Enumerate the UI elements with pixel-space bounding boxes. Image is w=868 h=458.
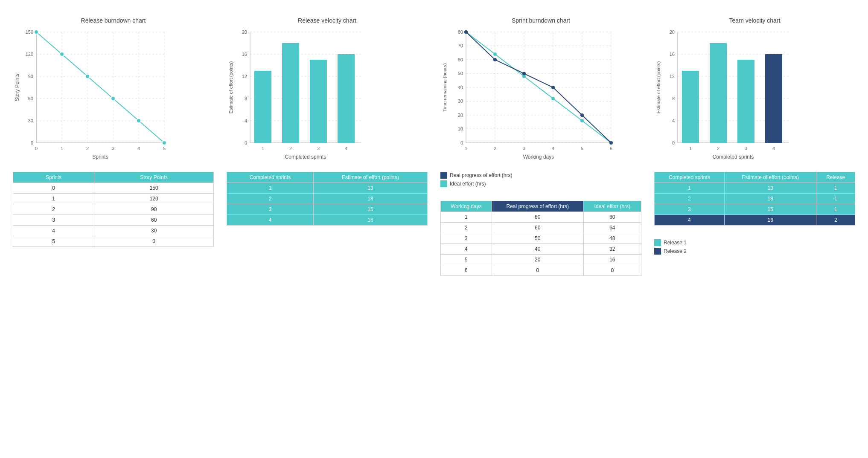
legend-release2-label: Release 2: [664, 248, 687, 254]
svg-text:0: 0: [245, 140, 247, 145]
table-row: 52016: [441, 255, 641, 265]
svg-text:Estimate of effort (points): Estimate of effort (points): [656, 61, 661, 114]
svg-point-29: [60, 52, 64, 56]
svg-text:30: 30: [28, 118, 33, 123]
real-point: [609, 141, 613, 145]
svg-point-33: [162, 141, 166, 145]
svg-text:8: 8: [245, 96, 247, 101]
svg-point-32: [137, 119, 141, 123]
legend-ideal: Ideal effort (hrs): [440, 180, 641, 187]
legend-ideal-box: [440, 180, 447, 187]
legend-release1: Release 1: [654, 239, 855, 246]
svg-text:2: 2: [289, 146, 292, 151]
tv-col-release: Release: [816, 172, 855, 183]
svg-text:1: 1: [689, 146, 692, 151]
team-bar-2: [710, 43, 727, 143]
svg-text:Story Points: Story Points: [14, 74, 20, 101]
burndown-col-sprints: Sprints: [13, 172, 94, 183]
team-velocity-svg: 0 4 8 12 16 20 1 2 3 4 Estimate of effor…: [654, 26, 799, 162]
sprint-burndown-svg: 0 10 20 30 40 50 60 70 80 1 2 3 4 5 6 Ti…: [440, 26, 628, 162]
sprint-burndown-title: Sprint burndown chart: [440, 17, 641, 24]
table-row: 0150: [13, 183, 214, 194]
table-row: 44032: [441, 244, 641, 255]
svg-text:8: 8: [672, 96, 675, 101]
svg-text:3: 3: [112, 146, 114, 151]
svg-text:0: 0: [672, 140, 675, 145]
real-point: [522, 72, 526, 75]
burndown-chart-title: Release burndown chart: [13, 17, 214, 24]
ideal-point: [580, 119, 584, 122]
panel-team-velocity: Team velocity chart 0 4 8 12: [654, 17, 855, 276]
team-velocity-table: Completed sprints Estimate of effort (po…: [654, 172, 855, 226]
svg-text:2: 2: [494, 146, 496, 151]
dashboard: Release burndown chart .grid-line { stro…: [13, 17, 855, 276]
svg-text:3: 3: [745, 146, 747, 151]
real-point: [580, 113, 584, 117]
legend-real-label: Real progress of effort (hrs): [450, 172, 513, 178]
tv-col-sprints: Completed sprints: [655, 172, 725, 183]
svg-text:Completed sprints: Completed sprints: [285, 154, 326, 160]
svg-text:30: 30: [458, 99, 463, 104]
svg-text:70: 70: [458, 43, 463, 48]
svg-text:10: 10: [458, 126, 463, 131]
table-row: 315: [227, 204, 428, 215]
real-point: [464, 30, 468, 34]
velocity-table: Completed sprints Estimate of effort (po…: [227, 172, 428, 226]
svg-text:80: 80: [458, 29, 463, 35]
table-row: 18080: [441, 212, 641, 223]
svg-text:60: 60: [458, 57, 463, 62]
bar-1: [254, 71, 271, 143]
sbd-col-days: Working days: [441, 201, 492, 212]
svg-text:Completed sprints: Completed sprints: [713, 154, 754, 160]
ideal-point: [551, 97, 555, 100]
svg-text:6: 6: [610, 146, 612, 151]
svg-text:4: 4: [245, 118, 247, 123]
svg-text:20: 20: [670, 29, 675, 35]
vel-col-effort: Estimate of effort (points): [313, 172, 427, 183]
panel-burndown: Release burndown chart .grid-line { stro…: [13, 17, 214, 276]
svg-text:Working days: Working days: [523, 154, 554, 160]
svg-text:2: 2: [86, 146, 89, 151]
svg-text:3: 3: [523, 146, 525, 151]
sprint-burndown-chart-area: Sprint burndown chart: [440, 17, 641, 163]
sprint-legend: Real progress of effort (hrs) Ideal effo…: [440, 172, 641, 189]
table-row: 218: [227, 194, 428, 204]
table-row: 290: [13, 204, 214, 215]
team-legend: Release 1 Release 2: [654, 239, 855, 256]
table-row: 600: [441, 265, 641, 276]
real-point: [551, 86, 555, 89]
svg-text:150: 150: [26, 29, 33, 35]
legend-release2-box: [654, 248, 661, 255]
table-row: 113: [227, 183, 428, 194]
svg-text:0: 0: [460, 140, 463, 145]
svg-text:20: 20: [242, 29, 247, 35]
bar-3: [310, 60, 327, 143]
tv-col-effort: Estimate of effort (points): [724, 172, 816, 183]
svg-text:40: 40: [458, 85, 463, 90]
burndown-table: Sprints Story Points 0150 1120 290 360 4…: [13, 172, 214, 247]
table-row: 2181: [655, 194, 855, 204]
velocity-chart-area: Release velocity chart .bar-teal { fill:…: [227, 17, 428, 163]
team-velocity-chart-area: Team velocity chart 0 4 8 12: [654, 17, 855, 163]
table-row: 1120: [13, 194, 214, 204]
svg-text:4: 4: [552, 146, 554, 151]
table-row: 416: [227, 215, 428, 226]
svg-text:Sprints: Sprints: [92, 154, 108, 160]
legend-ideal-label: Ideal effort (hrs): [450, 181, 486, 187]
velocity-chart-title: Release velocity chart: [227, 17, 428, 24]
sprint-burndown-table: Working days Real progress of effort (hr…: [440, 201, 641, 276]
burndown-svg: .grid-line { stroke: #ddd; stroke-dashar…: [13, 26, 175, 162]
svg-text:4: 4: [345, 146, 347, 151]
svg-text:4: 4: [772, 146, 775, 151]
svg-text:90: 90: [28, 74, 33, 79]
svg-text:120: 120: [26, 52, 33, 57]
bar-4: [338, 54, 355, 143]
legend-real: Real progress of effort (hrs): [440, 172, 641, 179]
svg-text:1: 1: [262, 146, 264, 151]
svg-text:4: 4: [137, 146, 140, 151]
burndown-chart-area: Release burndown chart .grid-line { stro…: [13, 17, 214, 163]
ideal-point: [493, 52, 497, 56]
svg-point-30: [85, 74, 90, 78]
legend-release1-box: [654, 239, 661, 246]
svg-text:12: 12: [670, 74, 675, 79]
